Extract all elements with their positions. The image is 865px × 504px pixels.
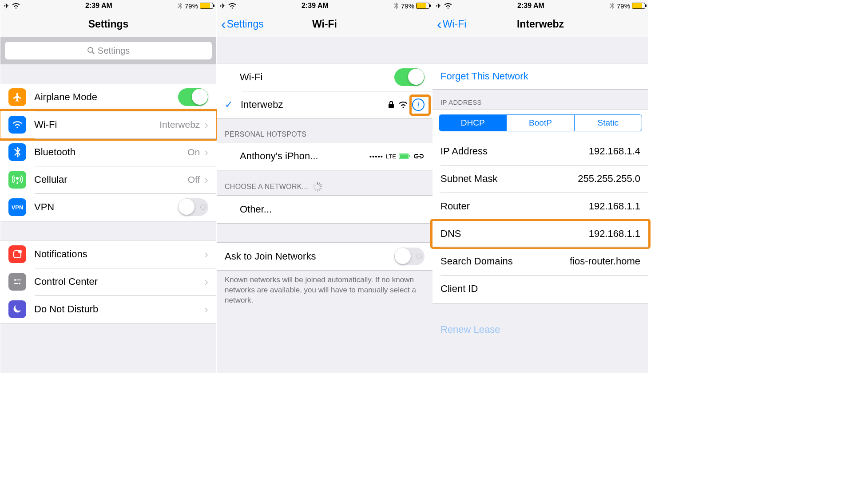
row-cellular[interactable]: Cellular Off › xyxy=(0,166,216,193)
screen-wifi: ✈︎ 2:39 AM 79% ‹ Settings Wi-Fi Wi-Fi xyxy=(217,0,432,373)
svg-point-4 xyxy=(14,279,16,281)
chevron-right-icon: › xyxy=(204,303,208,316)
row-ip-address[interactable]: IP Address 192.168.1.4 xyxy=(432,138,648,165)
renew-lease-button[interactable]: Renew Lease xyxy=(432,317,648,343)
ip-config-tabs: DHCP BootP Static xyxy=(439,114,642,131)
battery-percent: 79% xyxy=(401,2,414,10)
row-label: Airplane Mode xyxy=(34,91,178,103)
row-wifi[interactable]: Wi-Fi Interwebz › xyxy=(0,111,216,138)
chevron-left-icon: ‹ xyxy=(221,16,226,32)
chevron-right-icon: › xyxy=(204,248,208,261)
row-subnet-mask[interactable]: Subnet Mask 255.255.255.0 xyxy=(432,165,648,193)
row-router[interactable]: Router 192.168.1.1 xyxy=(432,193,648,220)
row-value: 255.255.255.0 xyxy=(578,173,640,185)
status-time: 2:39 AM xyxy=(517,2,544,10)
svg-point-3 xyxy=(18,250,22,253)
row-label: Control Center xyxy=(34,276,204,287)
status-time: 2:39 AM xyxy=(302,2,329,10)
status-time: 2:39 AM xyxy=(85,2,112,10)
tab-dhcp[interactable]: DHCP xyxy=(439,115,506,131)
cellular-value: Off xyxy=(188,174,200,185)
row-label: Interwebz xyxy=(241,99,388,110)
battery-percent: 79% xyxy=(185,2,198,10)
hotspot-signal-dots: ••••• xyxy=(369,153,383,160)
svg-point-6 xyxy=(19,283,20,284)
bluetooth-status-icon xyxy=(610,2,614,9)
back-button[interactable]: ‹ Settings xyxy=(221,16,264,32)
status-bar: ✈︎ 2:39 AM 79% xyxy=(432,0,648,12)
chevron-left-icon: ‹ xyxy=(437,16,442,32)
chevron-right-icon: › xyxy=(204,275,208,289)
nav-bar: ‹ Wi-Fi Interwebz xyxy=(432,12,648,37)
row-value: 192.168.1.1 xyxy=(589,201,640,212)
vpn-toggle[interactable] xyxy=(178,198,208,216)
row-label: Search Domains xyxy=(440,256,570,267)
wifi-value: Interwebz xyxy=(159,119,200,130)
row-bluetooth[interactable]: Bluetooth On › xyxy=(0,138,216,166)
svg-line-22 xyxy=(313,185,315,185)
battery-icon xyxy=(416,3,429,9)
row-ask-to-join[interactable]: Ask to Join Networks xyxy=(217,243,432,270)
row-do-not-disturb[interactable]: Do Not Disturb › xyxy=(0,295,216,323)
lock-icon xyxy=(388,101,394,109)
row-label: Bluetooth xyxy=(34,146,187,158)
row-label: Subnet Mask xyxy=(440,173,578,185)
cellular-icon xyxy=(8,171,26,189)
row-label: Cellular xyxy=(34,174,188,185)
forget-network-button[interactable]: Forget This Network xyxy=(432,63,648,90)
bluetooth-status-icon xyxy=(178,2,182,9)
ask-to-join-toggle[interactable] xyxy=(394,248,425,265)
chevron-right-icon: › xyxy=(204,118,208,132)
airplane-icon: ✈︎ xyxy=(436,2,441,10)
svg-line-20 xyxy=(313,188,315,189)
wifi-icon xyxy=(8,116,26,134)
row-dns[interactable]: DNS 192.168.1.1 xyxy=(432,220,648,248)
row-label: VPN xyxy=(34,201,178,213)
battery-icon xyxy=(200,3,213,9)
search-icon xyxy=(87,47,95,55)
chevron-right-icon: › xyxy=(204,146,208,159)
tab-static[interactable]: Static xyxy=(574,115,642,131)
airplane-mode-toggle[interactable] xyxy=(178,88,208,106)
airplane-mode-icon xyxy=(8,88,26,106)
svg-line-1 xyxy=(92,52,94,54)
svg-rect-10 xyxy=(400,154,408,158)
row-search-domains[interactable]: Search Domains fios-router.home xyxy=(432,248,648,275)
row-wifi-master[interactable]: Wi-Fi xyxy=(217,63,432,91)
wifi-master-toggle[interactable] xyxy=(394,68,425,86)
hotspot-battery-icon xyxy=(399,154,410,159)
search-input[interactable]: Settings xyxy=(5,42,212,59)
battery-percent: 79% xyxy=(617,2,630,10)
row-control-center[interactable]: Control Center › xyxy=(0,268,216,295)
row-airplane-mode[interactable]: Airplane Mode xyxy=(0,83,216,111)
svg-rect-8 xyxy=(389,104,394,108)
footer-note: Known networks will be joined automatica… xyxy=(217,271,432,314)
hotspot-link-icon xyxy=(413,153,425,159)
row-label: Wi-Fi xyxy=(240,71,394,83)
nav-bar: ‹ Settings Wi-Fi xyxy=(217,12,432,37)
control-center-icon xyxy=(8,273,26,291)
back-button[interactable]: ‹ Wi-Fi xyxy=(437,16,466,32)
chevron-right-icon: › xyxy=(204,173,208,187)
row-client-id[interactable]: Client ID xyxy=(432,275,648,303)
row-hotspot[interactable]: Anthony's iPhon... ••••• LTE xyxy=(217,142,432,170)
row-vpn[interactable]: VPN VPN xyxy=(0,193,216,221)
bluetooth-icon xyxy=(8,143,26,161)
bluetooth-value: On xyxy=(187,147,200,158)
spinner-icon xyxy=(313,182,322,192)
row-label: Do Not Disturb xyxy=(34,303,204,315)
svg-line-13 xyxy=(319,183,320,185)
row-other-network[interactable]: Other... xyxy=(217,196,432,223)
info-button[interactable]: i xyxy=(412,98,425,111)
svg-line-23 xyxy=(315,183,316,185)
tab-bootp[interactable]: BootP xyxy=(506,115,574,131)
row-notifications[interactable]: Notifications › xyxy=(0,240,216,268)
status-bar: ✈︎ 2:39 AM 79% xyxy=(0,0,216,12)
bluetooth-status-icon xyxy=(394,2,398,9)
row-connected-network[interactable]: ✓ Interwebz i xyxy=(217,91,432,118)
notifications-icon xyxy=(8,245,26,263)
check-icon: ✓ xyxy=(225,99,238,110)
svg-line-14 xyxy=(320,185,321,185)
svg-rect-11 xyxy=(409,155,410,158)
row-label: Other... xyxy=(240,204,425,215)
